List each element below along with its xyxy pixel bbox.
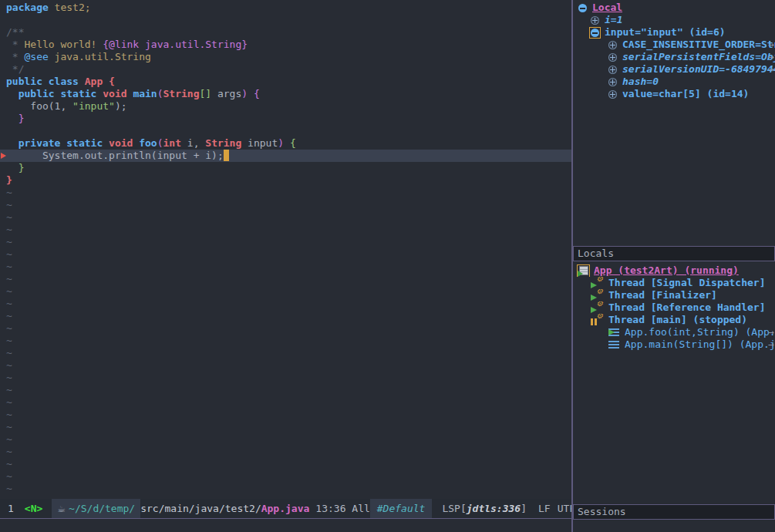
- thread-row[interactable]: ⚙Thread [Finalizer]: [573, 289, 775, 301]
- code-line[interactable]: * Hello world! {@link java.util.String}: [0, 39, 571, 51]
- code-token: ): [278, 137, 290, 149]
- code-token: i,: [181, 137, 205, 149]
- tree-cursor-box: [577, 264, 590, 277]
- tree-item-label: App.main(String[]) (App.jav: [625, 338, 775, 351]
- code-token: int: [163, 137, 181, 149]
- code-line[interactable]: * @see java.util.String: [0, 51, 571, 63]
- lsp-server-name: jdtls:336: [467, 503, 521, 514]
- java-icon: ☕: [57, 503, 66, 515]
- thread-running-icon: ⚙: [591, 278, 603, 288]
- tree-item-label: serialPersistentFields=Objec: [622, 51, 775, 63]
- thread-row[interactable]: ⚙Thread [main] (stopped): [573, 314, 775, 326]
- code-line[interactable]: private static void foo(int i, String in…: [0, 137, 571, 150]
- code-line[interactable]: /**: [0, 26, 571, 39]
- gear-glyph: ⚙: [596, 314, 603, 320]
- empty-line-tilde: ~: [0, 211, 571, 224]
- code-area[interactable]: package test2;/** * Hello world! {@link …: [0, 0, 571, 499]
- icon-box: [607, 76, 618, 88]
- play-glyph: [591, 307, 597, 313]
- code-token: [6, 113, 19, 124]
- code-token: foo(1,: [6, 100, 72, 112]
- code-token: [6, 162, 19, 173]
- code-token: @see: [24, 51, 48, 62]
- icon-box: [607, 64, 618, 76]
- mode-indicator: <N>: [25, 503, 42, 515]
- truncation-arrow-icon: →: [768, 326, 774, 338]
- expand-plus-icon[interactable]: [591, 16, 599, 25]
- code-token: private static: [19, 137, 109, 149]
- lsp-open-bracket: LSP[: [442, 503, 466, 514]
- code-line[interactable]: }: [0, 113, 571, 125]
- empty-line-tilde: ~: [0, 285, 571, 298]
- dap-threads-panel: App (test2Art) (running)⚙Thread [Signal …: [573, 261, 775, 504]
- expand-plus-icon[interactable]: [608, 66, 617, 74]
- gear-glyph: ⚙: [596, 301, 603, 308]
- empty-line-tilde: ~: [0, 458, 571, 470]
- scope-variable-row[interactable]: value=char[5] (id=14): [573, 88, 775, 100]
- code-line[interactable]: foo(1, "input");: [0, 100, 571, 113]
- thread-row[interactable]: ⚙Thread [Reference Handler]: [573, 301, 775, 314]
- expand-plus-icon[interactable]: [608, 53, 617, 62]
- truncation-arrow-icon: →: [768, 63, 774, 76]
- code-token: {@link java.util.String}: [103, 39, 248, 50]
- empty-line-tilde: ~: [0, 359, 571, 372]
- code-token: public class: [6, 76, 85, 87]
- code-line[interactable]: package test2;: [0, 2, 571, 14]
- debug-stopped-arrow-icon: [1, 153, 6, 159]
- thread-row[interactable]: App (test2Art) (running): [573, 264, 775, 277]
- scope-variable-row[interactable]: input="input" (id=6): [573, 26, 775, 39]
- empty-line-tilde: ~: [0, 273, 571, 285]
- code-token: input: [241, 137, 278, 149]
- tree-item-label: Thread [Finalizer]: [608, 289, 717, 301]
- code-line[interactable]: [0, 125, 571, 137]
- code-line[interactable]: }: [0, 162, 571, 174]
- code-token: "input": [72, 100, 115, 112]
- code-token: ) {: [241, 88, 259, 99]
- current-debug-line[interactable]: System.out.println(input + i);: [0, 150, 571, 162]
- app-session-icon: [578, 266, 588, 276]
- scope-variable-row[interactable]: serialPersistentFields=Objec→: [573, 51, 775, 63]
- scope-variable-row[interactable]: i=1: [573, 14, 775, 26]
- statusline-path-segment: ☕~/S/d/temp/: [52, 499, 140, 518]
- collapse-minus-icon[interactable]: [591, 29, 599, 37]
- code-token: (: [157, 88, 163, 99]
- scope-variable-row[interactable]: hash=0: [573, 76, 775, 88]
- thread-row[interactable]: App.foo(int,String) (App.ja→: [573, 326, 775, 338]
- code-line[interactable]: public static void main(String[] args) {: [0, 88, 571, 100]
- code-token: java.util.String: [49, 51, 151, 62]
- code-token: test2;: [49, 2, 91, 13]
- code-line[interactable]: public class App {: [0, 76, 571, 88]
- expand-plus-icon[interactable]: [608, 90, 617, 99]
- code-token: args: [211, 88, 241, 99]
- command-line[interactable]: [0, 518, 571, 532]
- icon-box: [577, 2, 588, 14]
- dap-sessions-panel: [573, 520, 775, 532]
- empty-line-tilde: ~: [0, 322, 571, 335]
- window-number: 1: [8, 503, 14, 515]
- thread-row[interactable]: App.main(String[]) (App.jav→: [573, 338, 775, 351]
- icon-box: ⚙: [589, 289, 605, 301]
- code-token: void: [109, 137, 139, 149]
- expand-plus-icon[interactable]: [608, 41, 617, 49]
- code-line[interactable]: }: [0, 174, 571, 187]
- code-line[interactable]: */: [0, 63, 571, 76]
- empty-line-tilde: ~: [0, 470, 571, 483]
- collapse-minus-icon[interactable]: [578, 4, 587, 12]
- icon-box: [607, 39, 618, 51]
- tree-item-label: Thread [main] (stopped): [608, 314, 747, 326]
- expand-plus-icon[interactable]: [608, 78, 617, 86]
- scope-variable-row[interactable]: CASE_INSENSITIVE_ORDER=Strin→: [573, 39, 775, 51]
- play-glyph: [591, 295, 597, 301]
- code-token: String: [205, 137, 241, 149]
- tree-item-label: CASE_INSENSITIVE_ORDER=Strin: [622, 39, 775, 51]
- code-line[interactable]: [0, 14, 571, 26]
- code-token: Hello world!: [24, 39, 103, 50]
- empty-line-tilde: ~: [0, 310, 571, 322]
- scope-variable-row[interactable]: Local: [573, 2, 775, 14]
- path-head: ~/S/d/temp/: [69, 503, 135, 515]
- thread-row[interactable]: ⚙Thread [Signal Dispatcher]: [573, 277, 775, 289]
- icon-box: ⚙: [589, 314, 605, 326]
- code-token: */: [6, 63, 24, 75]
- code-token: foo: [139, 137, 157, 149]
- scope-variable-row[interactable]: serialVersionUID=-6849794470→: [573, 63, 775, 76]
